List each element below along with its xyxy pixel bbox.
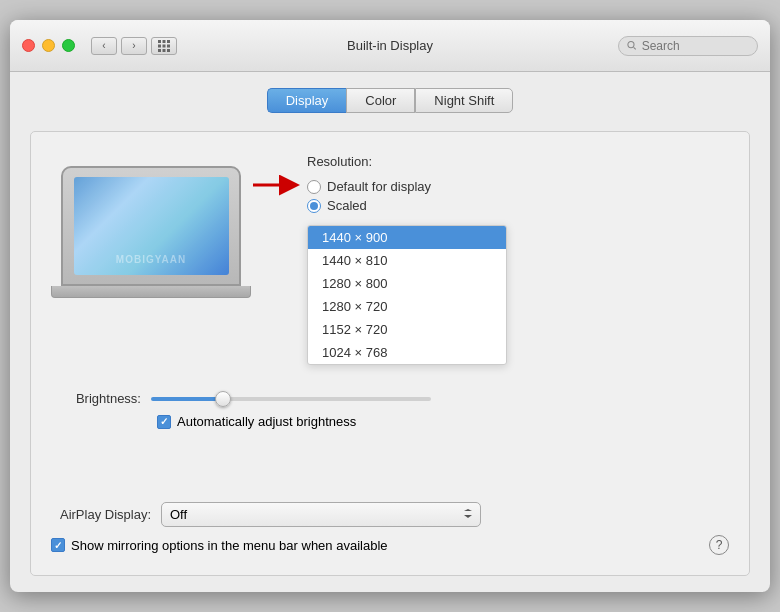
airplay-select-wrapper[interactable]: Off — [161, 502, 481, 527]
nav-buttons: ‹ › — [91, 37, 147, 55]
svg-rect-4 — [163, 44, 166, 47]
tab-display[interactable]: Display — [267, 88, 347, 113]
resolution-right: Resolution: Default for display Scaled — [251, 152, 729, 365]
res-item-5[interactable]: 1024 × 768 — [308, 341, 506, 364]
svg-rect-7 — [163, 49, 166, 52]
brightness-label: Brightness: — [51, 391, 141, 406]
search-bar[interactable] — [618, 36, 758, 56]
slider-container[interactable] — [151, 397, 729, 401]
res-item-1[interactable]: 1440 × 810 — [308, 249, 506, 272]
display-panel: MOBIGYAAN — [30, 131, 750, 576]
svg-point-9 — [628, 42, 634, 48]
auto-brightness-checkbox[interactable] — [157, 415, 171, 429]
search-input[interactable] — [642, 39, 749, 53]
svg-rect-2 — [167, 40, 170, 43]
grid-icon — [158, 40, 170, 52]
system-preferences-window: ‹ › Built-in Display — [10, 20, 770, 592]
maximize-button[interactable] — [62, 39, 75, 52]
brightness-slider-thumb[interactable] — [215, 391, 231, 407]
radio-scaled-label: Scaled — [327, 198, 367, 213]
brightness-slider-track[interactable] — [151, 397, 431, 401]
laptop-body: MOBIGYAAN — [61, 166, 241, 286]
tab-bar: Display Color Night Shift — [30, 88, 750, 113]
resolution-dropdown[interactable]: 1440 × 900 1440 × 810 1280 × 800 1280 × … — [307, 225, 507, 365]
airplay-row: AirPlay Display: Off — [51, 502, 729, 527]
airplay-value: Off — [170, 507, 187, 522]
svg-rect-5 — [167, 44, 170, 47]
all-prefs-button[interactable] — [151, 37, 177, 55]
svg-rect-1 — [163, 40, 166, 43]
laptop-image: MOBIGYAAN — [51, 152, 251, 312]
mirror-checkbox[interactable] — [51, 538, 65, 552]
laptop-base — [51, 286, 251, 298]
content-area: Display Color Night Shift MOBIGYAAN — [10, 72, 770, 592]
res-item-0[interactable]: 1440 × 900 — [308, 226, 506, 249]
auto-brightness-label: Automatically adjust brightness — [177, 414, 356, 429]
tab-color[interactable]: Color — [346, 88, 415, 113]
svg-line-10 — [634, 47, 636, 49]
tab-night-shift[interactable]: Night Shift — [415, 88, 513, 113]
help-button[interactable]: ? — [709, 535, 729, 555]
radio-default[interactable]: Default for display — [307, 179, 729, 194]
red-arrow-icon — [251, 174, 301, 196]
mirror-row: Show mirroring options in the menu bar w… — [51, 535, 729, 555]
radio-scaled-btn[interactable] — [307, 199, 321, 213]
minimize-button[interactable] — [42, 39, 55, 52]
res-item-4[interactable]: 1152 × 720 — [308, 318, 506, 341]
resolution-label-display: Resolution: — [307, 152, 729, 169]
titlebar: ‹ › Built-in Display — [10, 20, 770, 72]
radio-scaled[interactable]: Scaled — [307, 198, 729, 213]
radio-default-label: Default for display — [327, 179, 431, 194]
spacer — [51, 439, 729, 492]
forward-button[interactable]: › — [121, 37, 147, 55]
res-item-2[interactable]: 1280 × 800 — [308, 272, 506, 295]
search-icon — [627, 40, 637, 51]
resolution-options: Resolution: Default for display Scaled — [307, 152, 729, 365]
svg-rect-0 — [158, 40, 161, 43]
svg-rect-8 — [167, 49, 170, 52]
laptop-screen: MOBIGYAAN — [74, 177, 229, 275]
radio-default-btn[interactable] — [307, 180, 321, 194]
resolution-label-text: Resolution: — [307, 154, 372, 169]
arrow-container — [251, 174, 301, 196]
back-icon: ‹ — [102, 40, 105, 51]
airplay-label: AirPlay Display: — [51, 507, 151, 522]
close-button[interactable] — [22, 39, 35, 52]
traffic-lights — [22, 39, 75, 52]
brightness-row: Brightness: — [51, 391, 729, 406]
airplay-select[interactable]: Off — [161, 502, 481, 527]
window-title: Built-in Display — [347, 38, 433, 53]
forward-icon: › — [132, 40, 135, 51]
res-item-3[interactable]: 1280 × 720 — [308, 295, 506, 318]
auto-brightness-row: Automatically adjust brightness — [157, 414, 729, 429]
watermark: MOBIGYAAN — [116, 254, 186, 265]
resolution-section: MOBIGYAAN — [51, 152, 729, 365]
svg-rect-3 — [158, 44, 161, 47]
back-button[interactable]: ‹ — [91, 37, 117, 55]
mirror-label: Show mirroring options in the menu bar w… — [71, 538, 388, 553]
svg-rect-6 — [158, 49, 161, 52]
